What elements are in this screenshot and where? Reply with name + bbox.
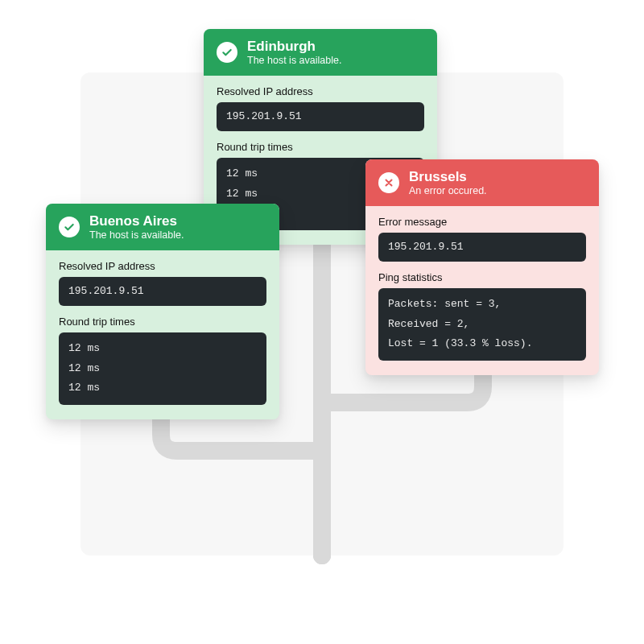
check-icon: [217, 42, 237, 63]
rtt-label: Round trip times: [217, 141, 424, 153]
card-body: Error message 195.201.9.51 Ping statisti…: [365, 206, 599, 375]
card-body: Resolved IP address 195.201.9.51 Round t…: [46, 250, 279, 419]
error-icon: [378, 172, 399, 193]
ip-value: 195.201.9.51: [217, 102, 424, 131]
card-header: Edinburgh The host is available.: [204, 29, 437, 76]
card-header: Brussels An error occured.: [365, 159, 599, 206]
card-title: Edinburgh: [247, 39, 341, 55]
stats-label: Ping statistics: [378, 271, 586, 283]
ip-value: 195.201.9.51: [59, 277, 266, 306]
error-label: Error message: [378, 216, 586, 228]
card-brussels: Brussels An error occured. Error message…: [365, 159, 599, 375]
card-title: Brussels: [409, 169, 487, 185]
ip-label: Resolved IP address: [217, 85, 424, 97]
rtt-label: Round trip times: [59, 316, 266, 328]
card-header: Buenos Aires The host is available.: [46, 204, 279, 250]
ip-label: Resolved IP address: [59, 260, 266, 272]
card-subtitle: The host is available.: [89, 229, 184, 241]
check-icon: [59, 217, 80, 237]
card-subtitle: An error occured.: [409, 185, 487, 196]
card-buenos-aires: Buenos Aires The host is available. Reso…: [46, 204, 279, 419]
card-title: Buenos Aires: [89, 213, 184, 229]
error-value: 195.201.9.51: [378, 233, 586, 262]
card-subtitle: The host is available.: [247, 55, 341, 66]
stats-values: Packets: sent = 3, Received = 2, Lost = …: [378, 288, 586, 361]
rtt-values: 12 ms 12 ms 12 ms: [59, 332, 266, 405]
